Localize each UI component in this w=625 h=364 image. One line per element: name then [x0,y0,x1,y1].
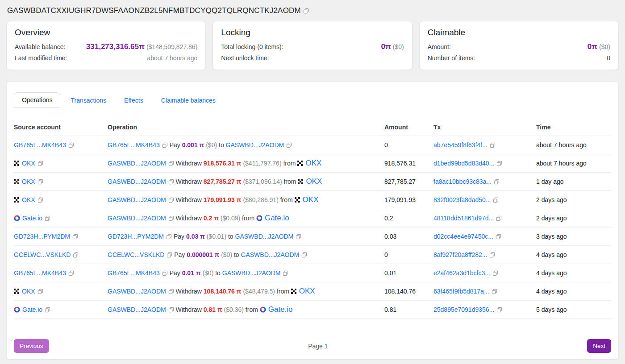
copy-icon[interactable] [489,252,495,258]
source-account-link[interactable]: OKX [22,160,35,167]
tab-transactions[interactable]: Transactions [63,93,114,108]
operation-actor-link[interactable]: GCELWC...VSKLKD [108,251,164,258]
source-account-link[interactable]: GCELWC...VSKLKD [14,251,71,258]
copy-icon[interactable] [301,252,307,258]
copy-icon[interactable] [493,197,499,203]
tx-link[interactable]: 832f0023fa8dad50... [433,196,491,203]
time-cell: 4 days ago [536,286,611,297]
tx-link[interactable]: 48118dd51861d97d... [433,215,494,222]
copy-icon[interactable] [38,179,43,185]
operation-preposition: from [280,196,293,203]
operation-cell: GASWBD...J2AODM Withdraw 0.81 π ($0.36) … [108,303,384,316]
tx-link[interactable]: ab7e5459f8f63f4f... [433,141,488,149]
operation-target-link[interactable]: Gate.io [265,214,289,222]
copy-icon[interactable] [283,270,288,276]
operation-actor-link[interactable]: GASWBD...J2AODM [108,178,166,185]
operation-usd: ($411,797.76) [243,160,281,167]
source-account-link[interactable]: GB765L...MK4B43 [14,141,66,149]
operation-target-link[interactable]: OKX [306,177,322,186]
operation-target-link[interactable]: GASWBD...J2AODM [226,141,284,149]
copy-icon[interactable] [168,215,174,221]
operation-actor-link[interactable]: GD723H...PYM2DM [108,233,164,240]
copy-icon[interactable] [73,252,79,258]
operation-target-link[interactable]: Gate.io [268,305,293,314]
copy-icon[interactable] [167,252,172,258]
tx-link[interactable]: d1bed99bd5d83d40... [433,160,494,167]
operation-target-link[interactable]: GASWBD...J2AODM [222,269,281,277]
copy-icon[interactable] [45,307,50,313]
tx-link[interactable]: 8af927f20a8ff282... [433,251,487,258]
table-row: Gate.io GASWBD...J2AODM Withdraw 0.2 π (… [14,209,611,228]
copy-icon[interactable] [168,197,174,203]
operation-actor-link[interactable]: GASWBD...J2AODM [108,160,166,167]
copy-icon[interactable] [286,142,292,148]
copy-icon[interactable] [303,8,309,14]
claimable-title: Claimable [428,28,610,37]
copy-icon[interactable] [168,307,174,313]
source-account-link[interactable]: Gate.io [22,306,42,313]
tx-link[interactable]: 63f465f9fb5d817a... [433,288,489,295]
copy-icon[interactable] [168,179,174,185]
tx-link[interactable]: 25d895e7091d9356... [433,306,494,313]
copy-icon[interactable] [496,307,502,313]
tab-effects[interactable]: Effects [117,93,151,108]
operation-target-link[interactable]: OKX [305,159,321,167]
copy-icon[interactable] [166,234,172,240]
tab-operations[interactable]: Operations [14,92,60,108]
source-account-link[interactable]: OKX [22,178,35,185]
copy-icon[interactable] [162,270,168,276]
copy-icon[interactable] [45,215,50,221]
copy-icon[interactable] [38,289,43,294]
copy-icon[interactable] [496,215,502,221]
source-cell: GD723H...PYM2DM [14,231,108,242]
copy-icon[interactable] [490,142,496,148]
copy-icon[interactable] [72,234,78,240]
copy-icon[interactable] [496,234,501,240]
locking-card: Locking Total locking (0 items): 0π ($0)… [212,21,412,70]
tx-link[interactable]: fa8ac10bbc93c83a... [433,178,492,185]
operation-cell: GASWBD...J2AODM Withdraw 108,140.76 π ($… [108,285,384,298]
tx-link[interactable]: d02cc4ee4e97450c... [433,233,493,240]
operation-cell: GASWBD...J2AODM Withdraw 827,785.27 π ($… [108,175,384,188]
table-row: OKX GASWBD...J2AODM Withdraw 108,140.76 … [14,282,611,301]
operation-actor-link[interactable]: GASWBD...J2AODM [108,306,166,313]
source-account-link[interactable]: OKX [22,196,35,203]
operation-actor-link[interactable]: GB765L...MK4B43 [108,269,160,277]
copy-icon[interactable] [168,161,174,166]
operation-preposition: from [242,215,254,222]
tab-claimable-balances[interactable]: Claimable balances [154,93,223,108]
previous-page-button[interactable]: Previous [14,339,49,353]
copy-icon[interactable] [68,142,74,148]
last-modified-label: Last modified time: [15,54,67,62]
pi-symbol: π [237,160,242,167]
operation-actor-link[interactable]: GASWBD...J2AODM [108,196,166,203]
operation-actor-link[interactable]: GASWBD...J2AODM [108,288,166,295]
source-account-link[interactable]: OKX [22,288,35,295]
copy-icon[interactable] [494,179,500,185]
copy-icon[interactable] [38,161,43,166]
next-page-button[interactable]: Next [587,339,611,353]
copy-icon[interactable] [168,289,174,294]
copy-icon[interactable] [496,161,502,166]
copy-icon[interactable] [492,289,497,294]
tx-link[interactable]: e2af462a3d1bcfc3... [433,269,490,277]
source-account-link[interactable]: GB765L...MK4B43 [14,269,66,277]
operation-target-link[interactable]: OKX [299,287,315,295]
amount-cell: 827,785.27 [384,176,433,187]
total-locking-usd: ($0) [393,43,404,50]
amount-cell: 108,140.76 [384,286,433,297]
operation-target-link[interactable]: OKX [303,195,319,204]
source-cell: OKX [14,176,108,187]
copy-icon[interactable] [296,234,301,240]
operation-target-link[interactable]: GASWBD...J2AODM [241,251,300,258]
source-account-link[interactable]: Gate.io [22,215,42,222]
operation-target-link[interactable]: GASWBD...J2AODM [235,233,294,240]
tx-cell: 832f0023fa8dad50... [433,194,536,205]
source-account-link[interactable]: GD723H...PYM2DM [14,233,70,240]
operation-actor-link[interactable]: GASWBD...J2AODM [108,215,166,222]
copy-icon[interactable] [162,142,168,148]
copy-icon[interactable] [38,197,43,203]
copy-icon[interactable] [492,270,498,276]
copy-icon[interactable] [68,270,74,276]
operation-actor-link[interactable]: GB765L...MK4B43 [108,141,160,149]
